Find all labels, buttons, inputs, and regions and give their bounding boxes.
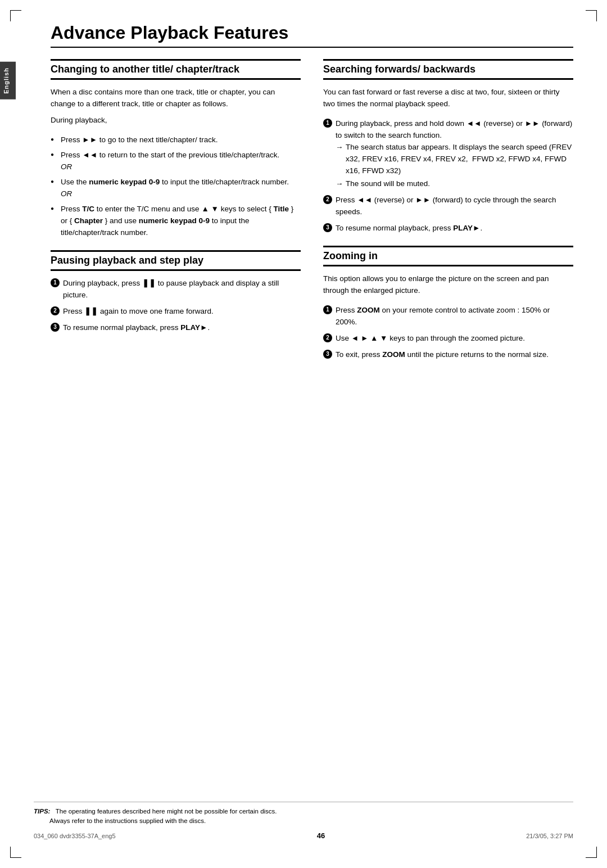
searching-heading: Searching forwards/ backwards bbox=[323, 59, 573, 80]
footer-code: 034_060 dvdr3355-37A_eng5 bbox=[34, 833, 116, 839]
step-number: 1 bbox=[323, 119, 332, 128]
list-item: Press T/C to enter the T/C menu and use … bbox=[51, 204, 301, 239]
list-item: 3 To resume normal playback, press PLAY►… bbox=[323, 223, 573, 234]
changing-intro: When a disc contains more than one track… bbox=[51, 87, 301, 126]
changing-heading: Changing to another title/ chapter/track bbox=[51, 59, 301, 80]
footer-rule bbox=[34, 802, 573, 802]
footer-tips: TIPS: The operating features described h… bbox=[34, 807, 573, 826]
list-item: 2 Use ◄ ► ▲ ▼ keys to pan through the zo… bbox=[323, 333, 573, 345]
zooming-heading: Zooming in bbox=[323, 246, 573, 266]
zooming-section: Zooming in This option allows you to enl… bbox=[323, 246, 573, 361]
corner-mark-bl bbox=[10, 847, 21, 858]
list-item: 2 Press ◄◄ (reverse) or ►► (forward) to … bbox=[323, 195, 573, 218]
list-item: Press ◄◄ to return to the start of the p… bbox=[51, 150, 301, 173]
left-column: Changing to another title/ chapter/track… bbox=[51, 59, 301, 372]
step-number: 2 bbox=[323, 333, 332, 342]
list-item: 1 During playback, press and hold down ◄… bbox=[323, 118, 573, 190]
zooming-steps-list: 1 Press ZOOM on your remote control to a… bbox=[323, 305, 573, 361]
pausing-steps-list: 1 During playback, press ❚❚ to pause pla… bbox=[51, 278, 301, 334]
searching-steps-list: 1 During playback, press and hold down ◄… bbox=[323, 118, 573, 234]
step-number: 3 bbox=[51, 323, 60, 332]
arrow-note: The sound will be muted. bbox=[336, 178, 573, 190]
list-item: 1 During playback, press ❚❚ to pause pla… bbox=[51, 278, 301, 301]
step-number: 1 bbox=[323, 305, 332, 314]
corner-mark-br bbox=[586, 847, 597, 858]
footer-bottom: 034_060 dvdr3355-37A_eng5 46 21/3/05, 3:… bbox=[34, 831, 573, 840]
changing-bullet-list: Press ►► to go to the next title/chapter… bbox=[51, 134, 301, 238]
footer: TIPS: The operating features described h… bbox=[34, 802, 573, 840]
step-number: 2 bbox=[51, 306, 60, 315]
page: English Advance Playback Features Changi… bbox=[0, 0, 607, 868]
page-number: 46 bbox=[317, 831, 325, 840]
list-item: Use the numeric keypad 0-9 to input the … bbox=[51, 177, 301, 200]
list-item: Press ►► to go to the next title/chapter… bbox=[51, 134, 301, 146]
main-columns: Changing to another title/ chapter/track… bbox=[51, 59, 573, 372]
list-item: 2 Press ❚❚ again to move one frame forwa… bbox=[51, 306, 301, 318]
arrow-note: The search status bar appears. It displa… bbox=[336, 142, 573, 177]
tips-label: TIPS: bbox=[34, 808, 50, 815]
searching-intro: You can fast forward or fast reverse a d… bbox=[323, 87, 573, 110]
changing-section: Changing to another title/ chapter/track… bbox=[51, 59, 301, 239]
corner-mark-tr bbox=[586, 10, 597, 21]
page-title: Advance Playback Features bbox=[51, 22, 573, 43]
searching-section: Searching forwards/ backwards You can fa… bbox=[323, 59, 573, 234]
step-number: 3 bbox=[323, 223, 332, 232]
title-rule bbox=[51, 47, 573, 48]
zooming-intro: This option allows you to enlarge the pi… bbox=[323, 273, 573, 297]
step-number: 1 bbox=[51, 278, 60, 287]
pausing-section: Pausing playback and step play 1 During … bbox=[51, 250, 301, 334]
corner-mark-tl bbox=[10, 10, 21, 21]
pausing-heading: Pausing playback and step play bbox=[51, 250, 301, 271]
step-number: 3 bbox=[323, 350, 332, 359]
step-number: 2 bbox=[323, 195, 332, 204]
list-item: 3 To resume normal playback, press PLAY►… bbox=[51, 322, 301, 334]
list-item: 3 To exit, press ZOOM until the picture … bbox=[323, 349, 573, 361]
sidebar-language-label: English bbox=[0, 62, 16, 100]
right-column: Searching forwards/ backwards You can fa… bbox=[323, 59, 573, 372]
footer-date: 21/3/05, 3:27 PM bbox=[526, 833, 573, 839]
list-item: 1 Press ZOOM on your remote control to a… bbox=[323, 305, 573, 328]
